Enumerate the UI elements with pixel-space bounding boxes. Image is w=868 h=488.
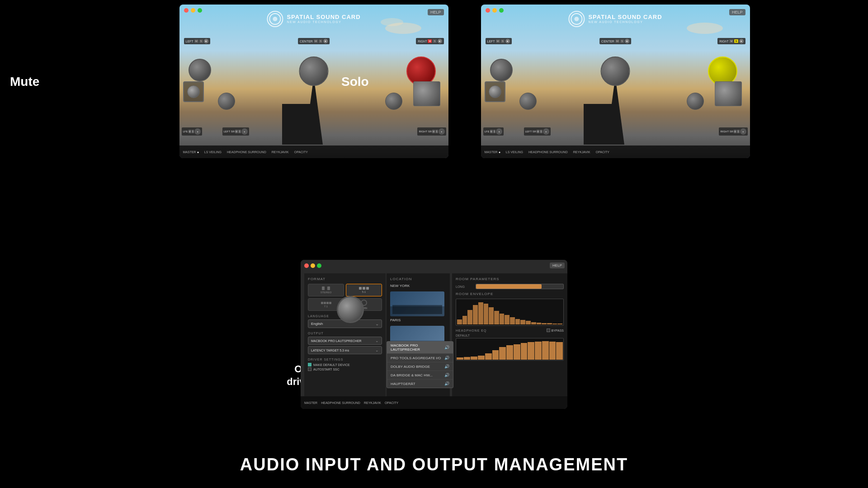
autostart-row: AUTOSTART SSC — [308, 367, 382, 371]
output-panel: OUTPUT MACBOOK PRO LAUTSPRECHER ⌄ LATENC… — [308, 332, 382, 354]
output-dropdown-list: MACBOOK PRO LAUTSPRECHER 🔊 PRO TOOLS AGG… — [387, 341, 453, 388]
settings-bottom-bar: MASTER HEADPHONE SURROUND REYKJAVIK OPAC… — [301, 396, 567, 409]
driver-settings-label: DRIVER SETTINGS — [308, 358, 382, 361]
lfe-s-button[interactable]: S — [192, 130, 194, 133]
close-icon-settings[interactable] — [304, 263, 309, 268]
new-york-image[interactable] — [390, 291, 444, 316]
brand-solo: SPATIAL SOUND CARD NEW AUDIO TECHNOLOGY — [568, 11, 662, 27]
maximize-icon-solo[interactable] — [499, 8, 504, 13]
left-s-button[interactable]: S — [199, 39, 203, 43]
format-51[interactable]: 5.1 — [346, 284, 382, 296]
dropdown-item-4[interactable]: HAUPTGERÄT 🔊 — [387, 380, 453, 388]
brand-text-solo: SPATIAL SOUND CARD NEW AUDIO TECHNOLOGY — [588, 14, 662, 24]
eq-header: HEADPHONE EQ BYPASS — [456, 328, 564, 332]
center-volume-knob[interactable] — [337, 296, 364, 323]
right-sub-speaker-mute — [385, 93, 403, 111]
paris-label: PARIS — [390, 318, 446, 322]
eq-chart — [456, 338, 564, 361]
bottom-bar-mute: MASTER ● LS VEILING HEADPHONE SURROUND R… — [179, 145, 448, 158]
bypass-row: BYPASS — [547, 328, 564, 332]
top-row: SPATIAL SOUND CARD NEW AUDIO TECHNOLOGY … — [0, 0, 868, 163]
main-title: AUDIO INPUT AND OUTPUT MANAGEMENT — [0, 455, 868, 474]
format-stereo[interactable]: STEREO — [308, 284, 344, 296]
right-sr-channel-mute: RIGHT SR M S ● — [417, 127, 446, 136]
minimize-icon[interactable] — [191, 8, 195, 13]
settings-headphone-label: HEADPHONE SURROUND — [321, 401, 360, 404]
brand-text-mute: SPATIAL SOUND CARD NEW AUDIO TECHNOLOGY — [287, 14, 360, 24]
lfe-knob-mute[interactable]: ● — [194, 128, 201, 135]
settings-inner: HELP FORMAT STEREO — [301, 260, 567, 409]
help-button-settings[interactable]: HELP — [550, 263, 565, 268]
bypass-checkbox[interactable] — [547, 328, 550, 332]
settings-master-label: MASTER — [304, 401, 317, 404]
left-side-speaker-mute — [183, 81, 208, 106]
envelope-chart — [456, 299, 564, 326]
center-channel-mute: CENTER M S ● — [298, 38, 330, 44]
bypass-label: BYPASS — [552, 329, 564, 332]
eq-default-label: DEFAULT — [456, 334, 564, 337]
dropdown-item-3[interactable]: DA BRIDGE & MAC HW... 🔊 — [387, 371, 453, 380]
eq-label: HEADPHONE EQ — [456, 329, 486, 332]
make-default-label: MAKE DEFAULT DEVICE — [313, 363, 350, 366]
center-speaker-mute — [299, 56, 329, 86]
left-speaker-solo — [490, 59, 513, 81]
room-panel: ROOM PARAMETERS LONG ROOM ENVELOPE — [452, 273, 567, 396]
maximize-icon[interactable] — [198, 8, 202, 13]
right-knob-mute[interactable]: ● — [438, 39, 442, 43]
left-m-button[interactable]: M — [194, 39, 198, 43]
eq-section: HEADPHONE EQ BYPASS DEFAULT — [456, 328, 564, 361]
room-title: ROOM PARAMETERS — [456, 277, 564, 281]
new-york-label: NEW YORK — [390, 284, 446, 288]
format-title: FORMAT — [308, 277, 382, 281]
left-side-speaker-solo — [485, 81, 509, 106]
settings-opacity-label: OPACITY — [385, 401, 398, 404]
vol-icon-2: 🔊 — [444, 364, 449, 369]
right-m-active-button[interactable]: M — [428, 39, 432, 43]
minimize-icon-settings[interactable] — [311, 263, 315, 268]
dropdown-item-0[interactable]: MACBOOK PRO LAUTSPRECHER 🔊 — [387, 342, 453, 354]
lfe-m-button[interactable]: M — [189, 130, 191, 133]
close-icon-solo[interactable] — [486, 8, 490, 13]
vol-icon-1: 🔊 — [444, 356, 449, 360]
dropdown-item-1[interactable]: PRO TOOLS AGGREGATE I/O 🔊 — [387, 354, 453, 362]
settings-window: HELP FORMAT STEREO — [301, 260, 567, 409]
make-default-checkbox[interactable] — [308, 363, 311, 366]
output-device-dropdown[interactable]: MACBOOK PRO LAUTSPRECHER ⌄ — [308, 337, 382, 345]
envelope-title: ROOM ENVELOPE — [456, 292, 564, 296]
left-sub-speaker-mute — [218, 93, 236, 111]
dropdown-item-2[interactable]: DOLBY AUDIO BRIDGE 🔊 — [387, 362, 453, 371]
left-sub-speaker-solo — [519, 93, 538, 111]
traffic-lights-settings — [304, 263, 321, 268]
help-button-mute[interactable]: HELP — [428, 9, 444, 15]
help-button-solo[interactable]: HELP — [729, 9, 745, 15]
minimize-icon-solo[interactable] — [492, 8, 497, 13]
right-channel-label-mute: RiGhT — [418, 40, 427, 43]
center-s-button[interactable]: S — [319, 39, 322, 43]
bottom-bar-solo: MASTER ● LS VEILING HEADPHONE SURROUND R… — [481, 145, 750, 158]
driver-settings-panel: DRIVER SETTINGS MAKE DEFAULT DEVICE AUTO… — [308, 358, 382, 371]
right-s-active-button[interactable]: S — [734, 39, 738, 43]
center-knob-mute[interactable]: ● — [323, 39, 328, 43]
location-title: LOCATION — [390, 277, 446, 281]
room-long-row: LONG — [456, 284, 564, 289]
center-m-button[interactable]: M — [314, 39, 318, 43]
latency-dropdown[interactable]: LATENCY TARGET 5.3 ms ⌄ — [308, 346, 382, 354]
solo-window: SPATIAL SOUND CARD NEW AUDIO TECHNOLOGY … — [481, 5, 750, 158]
autostart-checkbox[interactable] — [308, 367, 311, 371]
brand-logo-solo — [568, 11, 585, 27]
traffic-lights-solo — [486, 8, 504, 13]
solo-label: Solo — [341, 75, 369, 89]
maximize-icon-settings[interactable] — [317, 263, 321, 268]
format-panel: FORMAT STEREO — [304, 273, 386, 396]
close-icon[interactable] — [184, 8, 189, 13]
output-label: OUTPUT — [308, 332, 382, 335]
right-channel-mute: RiGhT M S ● — [416, 38, 443, 44]
center-speaker-solo — [601, 56, 630, 86]
lfe-channel-mute: LFE M S ● — [182, 127, 203, 136]
left-channel-mute: LEFT M S ● — [184, 38, 210, 44]
left-solo-button[interactable]: ● — [204, 39, 208, 43]
room-long-bar[interactable] — [476, 284, 564, 289]
right-s-button-mute[interactable]: S — [433, 39, 436, 43]
brand-logo-mute — [267, 11, 283, 27]
right-sub-speaker-solo — [687, 93, 705, 111]
